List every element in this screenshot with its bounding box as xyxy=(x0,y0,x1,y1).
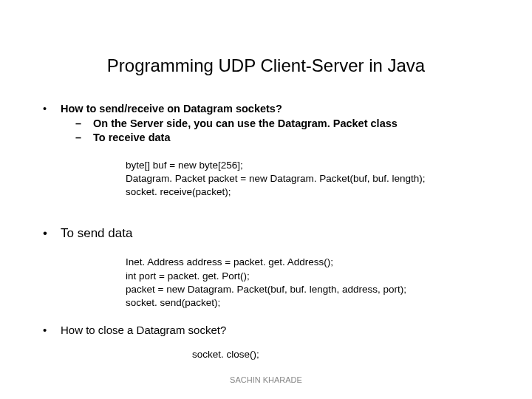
bullet-text: To send data xyxy=(61,225,502,242)
code-line: socket. send(packet); xyxy=(126,296,502,310)
bullet-marker: • xyxy=(43,225,61,242)
footer-author: SACHIN KHARADE xyxy=(0,375,532,384)
bullet-item: • How to send/receive on Datagram socket… xyxy=(43,102,502,146)
sub-bullet-item: – On the Server side, you can use the Da… xyxy=(75,117,502,132)
dash-marker: – xyxy=(75,131,93,146)
code-line: byte[] buf = new byte[256]; xyxy=(126,159,502,172)
code-block-receive: byte[] buf = new byte[256]; Datagram. Pa… xyxy=(126,159,502,200)
sub-bullet-text: On the Server side, you can use the Data… xyxy=(93,117,398,132)
code-line: Datagram. Packet packet = new Datagram. … xyxy=(126,172,502,185)
code-line: socket. receive(packet); xyxy=(126,185,502,199)
dash-marker: – xyxy=(75,117,93,132)
code-line: socket. close(); xyxy=(192,348,502,361)
sub-bullet-item: – To receive data xyxy=(75,131,502,146)
content-body: • How to send/receive on Datagram socket… xyxy=(30,102,502,362)
code-line: packet = new Datagram. Packet(buf, buf. … xyxy=(126,283,502,296)
bullet-marker: • xyxy=(43,323,61,338)
code-line: int port = packet. get. Port(); xyxy=(126,270,502,283)
slide: Programming UDP Client-Server in Java • … xyxy=(0,0,532,399)
code-block-close: socket. close(); xyxy=(192,348,502,361)
sub-bullet-text: To receive data xyxy=(93,131,171,146)
code-block-send: Inet. Address address = packet. get. Add… xyxy=(126,256,502,310)
bullet-text: How to close a Datagram socket? xyxy=(61,323,502,338)
slide-title: Programming UDP Client-Server in Java xyxy=(30,55,502,76)
bullet-item: • How to close a Datagram socket? xyxy=(43,323,502,338)
bullet-marker: • xyxy=(43,102,61,146)
code-line: Inet. Address address = packet. get. Add… xyxy=(126,256,502,269)
bullet-item: • To send data xyxy=(43,225,502,242)
bullet-text: How to send/receive on Datagram sockets? xyxy=(61,102,502,117)
